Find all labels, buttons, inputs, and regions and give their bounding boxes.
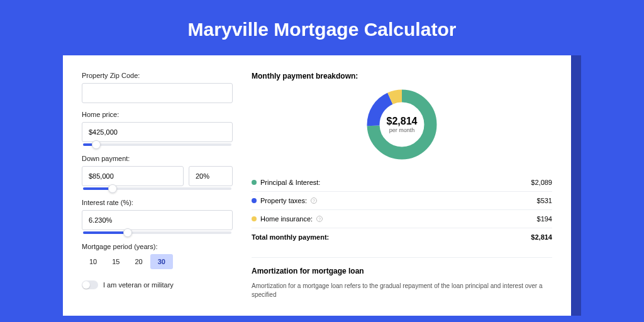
rate-label: Interest rate (%): [82,199,233,206]
legend-dot [252,216,257,221]
down-input[interactable] [82,166,184,186]
breakdown-item-value: $2,089 [531,179,552,186]
down-slider-thumb[interactable] [108,184,117,193]
breakdown-item-label: Home insurance: [260,215,313,223]
info-icon[interactable]: ? [316,216,323,222]
price-slider-thumb[interactable] [92,140,101,149]
period-option-15[interactable]: 15 [104,254,127,269]
breakdown-line: Property taxes:?$531 [252,191,552,209]
breakdown-panel: Monthly payment breakdown: $2,814 per mo… [252,72,552,299]
donut-amount: $2,814 [387,116,418,127]
breakdown-item-value: $531 [537,197,552,204]
down-slider[interactable] [83,187,231,190]
amort-heading: Amortization for mortgage loan [252,267,552,275]
breakdown-item-label: Property taxes: [260,197,307,204]
donut-sub: per month [389,127,415,133]
calculator-card: Property Zip Code: Home price: Down paym… [63,55,571,316]
breakdown-line: Principal & Interest:$2,089 [252,174,552,191]
amort-text: Amortization for a mortgage loan refers … [252,282,552,299]
period-label: Mortgage period (years): [82,243,233,250]
rate-slider-fill [83,231,128,234]
veteran-label: I am veteran or military [103,281,174,289]
legend-dot [252,198,257,203]
donut-chart: $2,814 per month [252,87,552,162]
card-shadow: Property Zip Code: Home price: Down paym… [63,55,581,316]
price-label: Home price: [82,111,233,118]
rate-slider[interactable] [83,231,231,234]
veteran-toggle[interactable] [82,280,98,289]
toggle-knob [82,281,90,289]
period-option-20[interactable]: 20 [128,254,150,269]
rate-input[interactable] [82,210,233,230]
zip-label: Property Zip Code: [82,72,233,79]
price-input[interactable] [82,122,233,142]
total-label: Total monthly payment: [252,233,329,241]
breakdown-line: Home insurance:?$194 [252,209,552,228]
period-option-10[interactable]: 10 [82,254,104,269]
legend-dot [252,180,257,185]
down-pct-input[interactable] [189,166,233,186]
page-title: Maryville Mortgage Calculator [0,0,644,55]
rate-slider-thumb[interactable] [123,228,132,237]
price-slider[interactable] [83,143,231,146]
zip-input[interactable] [82,83,233,103]
down-label: Down payment: [82,155,233,162]
breakdown-item-value: $194 [537,215,552,223]
input-panel: Property Zip Code: Home price: Down paym… [82,72,233,299]
breakdown-heading: Monthly payment breakdown: [252,72,552,80]
total-value: $2,814 [531,233,552,241]
period-option-30[interactable]: 30 [150,254,173,269]
period-group: 10152030 [82,254,233,269]
breakdown-item-label: Principal & Interest: [260,179,320,186]
info-icon[interactable]: ? [311,197,317,204]
